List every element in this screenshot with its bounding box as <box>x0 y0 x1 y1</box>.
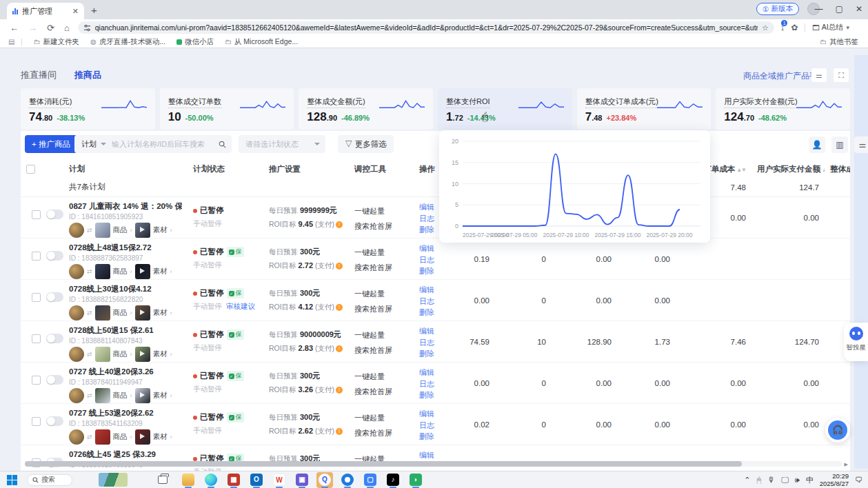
widgets-weather-thumbnail[interactable] <box>99 473 128 487</box>
delete-link[interactable]: 删除 <box>419 266 450 277</box>
window-close-button[interactable]: ✕ <box>856 4 862 14</box>
mouse-device-icon[interactable]: 🖰 <box>757 476 762 485</box>
one-key-boost-link[interactable]: 一键起量 <box>354 413 408 423</box>
log-link[interactable]: 日志 <box>419 338 450 349</box>
advertiser-avatar[interactable] <box>69 223 84 238</box>
search-topview-link[interactable]: 搜索抢首屏 <box>354 263 408 273</box>
material-link[interactable]: 素材 <box>153 308 168 318</box>
edit-link[interactable]: 编辑 <box>419 243 450 254</box>
warning-icon[interactable]: ! <box>336 428 343 435</box>
material-thumbnail[interactable] <box>135 429 150 445</box>
bookmark-item[interactable]: 🗀从 Microsoft Edge... <box>225 37 298 47</box>
delete-link[interactable]: 删除 <box>419 349 450 360</box>
browser-tab[interactable]: 推广管理 ✕ <box>7 3 84 19</box>
table-settings-icon[interactable]: ⚌ <box>854 136 868 153</box>
product-link[interactable]: 商品 <box>113 432 128 442</box>
scrollbar-thumb[interactable] <box>25 461 742 467</box>
search-icon[interactable] <box>219 141 226 148</box>
product-link[interactable]: 商品 <box>113 267 128 276</box>
search-topview-link[interactable]: 搜索抢首屏 <box>354 304 408 314</box>
taskbar-app-remote-app[interactable]: ▣ <box>294 472 310 488</box>
bookmark-star-icon[interactable]: ☆ <box>762 23 769 32</box>
display-cast-icon[interactable]: 🖵 <box>781 476 789 485</box>
new-tab-button[interactable]: + <box>91 5 97 15</box>
layout-settings-icon[interactable]: ⚌ <box>811 68 827 82</box>
advertiser-avatar[interactable] <box>69 388 84 403</box>
bookmark-item[interactable]: 🗀新建文件夹 <box>33 37 79 47</box>
row-checkbox[interactable] <box>32 252 41 261</box>
other-bookmarks-button[interactable]: 🗀 其他书签 <box>820 37 858 47</box>
one-key-boost-link[interactable]: 一键起量 <box>354 247 408 258</box>
ai-summary-button[interactable]: 🗔AI总结▼ <box>812 23 850 32</box>
address-bar[interactable]: qianchuan.jinritemai.com/uni-prom?aavid=… <box>78 21 774 34</box>
delete-link[interactable]: 删除 <box>419 307 450 318</box>
warning-icon[interactable]: ! <box>336 387 343 394</box>
sort-icon[interactable]: ▲▼ <box>736 167 746 173</box>
microphone-icon[interactable]: 🎙 <box>767 476 775 484</box>
plan-enable-toggle[interactable] <box>46 292 63 302</box>
product-link[interactable]: 商品 <box>113 349 128 359</box>
site-settings-icon[interactable] <box>83 24 91 32</box>
tray-expand-icon[interactable]: ⌃ <box>744 476 750 485</box>
reload-button[interactable]: ⟳ <box>47 23 54 33</box>
log-link[interactable]: 日志 <box>419 420 450 431</box>
fullscreen-icon[interactable]: ⛶ <box>834 68 849 82</box>
plan-enable-toggle[interactable] <box>46 251 63 261</box>
taskbar-clock[interactable]: 20:29 2025/8/27 <box>820 472 849 487</box>
ime-indicator[interactable]: 中 <box>806 475 814 485</box>
forward-button[interactable]: → <box>28 23 37 33</box>
taskbar-app-douyin[interactable]: ♪ <box>385 472 401 488</box>
start-button[interactable] <box>7 475 17 485</box>
warning-icon[interactable]: ! <box>336 304 343 311</box>
product-thumbnail[interactable] <box>95 388 110 403</box>
plan-enable-toggle[interactable] <box>46 375 63 385</box>
warning-icon[interactable]: ! <box>336 221 343 228</box>
material-thumbnail[interactable] <box>135 264 150 279</box>
advertiser-avatar[interactable] <box>69 347 84 362</box>
edit-link[interactable]: 编辑 <box>419 409 450 420</box>
row-checkbox[interactable] <box>32 334 41 343</box>
audience-icon[interactable]: 👤 <box>809 136 825 153</box>
review-suggestion-link[interactable]: 审核建议 <box>226 302 255 312</box>
volume-icon[interactable]: 🕪 <box>795 476 800 485</box>
search-topview-link[interactable]: 搜索抢首屏 <box>354 221 408 232</box>
taskbar-app-outlook[interactable]: O <box>248 472 265 488</box>
material-thumbnail[interactable] <box>135 305 150 321</box>
log-link[interactable]: 日志 <box>419 296 450 307</box>
plan-search-input[interactable]: 输入计划名称/ID后回车搜索 <box>112 139 219 150</box>
metric-card-3[interactable]: 整体支付ROI1.72-14.43% <box>438 88 572 130</box>
row-checkbox[interactable] <box>32 376 41 385</box>
taskbar-app-wechat[interactable]: ◗ <box>407 472 424 488</box>
window-maximize-button[interactable]: ▢ <box>836 4 843 14</box>
search-topview-link[interactable]: 搜索抢首屏 <box>354 428 408 438</box>
side-panel-icon[interactable]: ▤ <box>8 38 14 45</box>
product-link[interactable]: 商品 <box>113 225 128 235</box>
more-filters-button[interactable]: ▽ 更多筛选 <box>338 135 394 153</box>
material-thumbnail[interactable] <box>135 388 150 403</box>
extensions-icon[interactable]: ✿ <box>791 23 798 32</box>
metric-card-5[interactable]: 用户实际支付金额(元)124.70-48.62% <box>716 88 850 130</box>
material-thumbnail[interactable] <box>135 347 150 362</box>
metric-card-4[interactable]: 整体成交订单成本(元)7.48+23.84% <box>577 88 711 130</box>
product-thumbnail[interactable] <box>95 429 110 445</box>
columns-icon[interactable]: ▥ <box>831 136 848 153</box>
warning-icon[interactable]: ! <box>336 345 343 352</box>
notification-center-icon[interactable]: 🗨 <box>855 476 862 484</box>
select-all-checkbox[interactable] <box>26 165 35 174</box>
new-version-badge[interactable]: ①新版本 <box>756 3 799 15</box>
one-key-boost-link[interactable]: 一键起量 <box>354 206 408 216</box>
metric-card-1[interactable]: 整体成交订单数10-50.00% <box>160 88 294 130</box>
search-topview-link[interactable]: 搜索抢首屏 <box>354 387 408 397</box>
page-tab-products[interactable]: 推商品 <box>74 69 101 81</box>
product-thumbnail[interactable] <box>95 305 110 321</box>
metric-card-2[interactable]: 整体成交金额(元)128.90-46.89% <box>299 88 433 130</box>
advertiser-avatar[interactable] <box>69 429 84 445</box>
row-checkbox[interactable] <box>32 293 41 302</box>
customer-service-button[interactable]: 🎧 <box>825 418 850 443</box>
window-minimize-button[interactable]: — <box>815 4 823 14</box>
taskbar-app-pc-manager[interactable]: ▢ <box>362 472 379 488</box>
material-thumbnail[interactable] <box>135 223 150 238</box>
product-link[interactable]: 商品 <box>113 391 128 400</box>
taskbar-app-wps-office[interactable]: W <box>271 472 287 488</box>
product-thumbnail[interactable] <box>95 264 110 279</box>
